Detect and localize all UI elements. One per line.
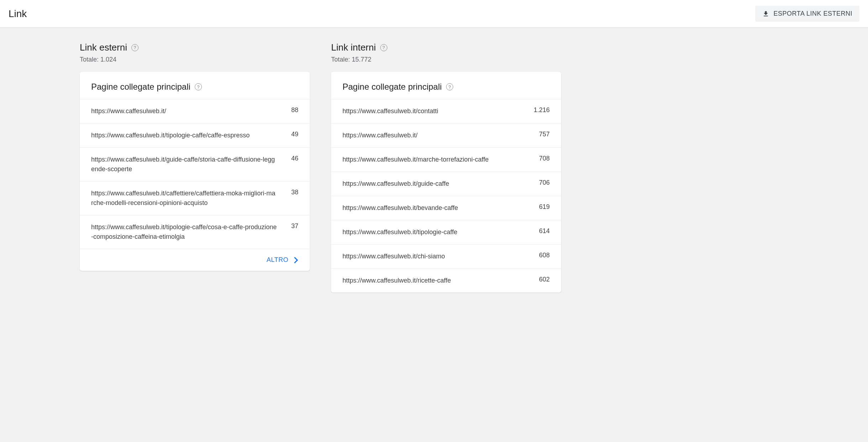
link-count: 708: [539, 155, 550, 162]
internal-links-card: Pagine collegate principali ? https://ww…: [331, 72, 561, 293]
link-count: 88: [291, 106, 298, 114]
header-bar: Link ESPORTA LINK ESTERNI: [0, 0, 868, 28]
link-row[interactable]: https://www.caffesulweb.it/guide-caffe/s…: [80, 147, 310, 181]
page-title: Link: [9, 8, 27, 20]
link-count: 37: [291, 222, 298, 230]
external-links-column: Link esterni ? Totale: 1.024 Pagine coll…: [80, 42, 310, 293]
link-url: https://www.caffesulweb.it/guide-caffe/s…: [91, 155, 291, 174]
export-button-label: ESPORTA LINK ESTERNI: [774, 10, 852, 17]
link-url: https://www.caffesulweb.it/tipologie-caf…: [91, 222, 291, 242]
link-count: 602: [539, 276, 550, 283]
link-row[interactable]: https://www.caffesulweb.it/caffettiere/c…: [80, 181, 310, 215]
more-link[interactable]: ALTRO: [267, 256, 298, 264]
help-icon[interactable]: ?: [131, 44, 138, 51]
link-row[interactable]: https://www.caffesulweb.it/guide-caffe 7…: [331, 172, 561, 196]
export-external-links-button[interactable]: ESPORTA LINK ESTERNI: [755, 6, 859, 22]
content: Link esterni ? Totale: 1.024 Pagine coll…: [71, 28, 570, 307]
link-row[interactable]: https://www.caffesulweb.it/ricette-caffe…: [331, 268, 561, 293]
internal-section-header: Link interni ? Totale: 15.772: [331, 42, 561, 63]
link-count: 608: [539, 252, 550, 259]
link-url: https://www.caffesulweb.it/: [343, 131, 539, 140]
internal-section-title: Link interni: [331, 42, 376, 53]
link-row[interactable]: https://www.caffesulweb.it/contatti 1.21…: [331, 99, 561, 123]
help-icon[interactable]: ?: [195, 83, 202, 90]
link-url: https://www.caffesulweb.it/tipologie-caf…: [343, 227, 539, 237]
help-icon[interactable]: ?: [380, 44, 387, 51]
link-count: 757: [539, 131, 550, 138]
link-row[interactable]: https://www.caffesulweb.it/ 757: [331, 123, 561, 147]
link-count: 614: [539, 227, 550, 235]
internal-links-column: Link interni ? Totale: 15.772 Pagine col…: [331, 42, 561, 293]
link-row[interactable]: https://www.caffesulweb.it/ 88: [80, 99, 310, 123]
link-count: 46: [291, 155, 298, 162]
link-url: https://www.caffesulweb.it/chi-siamo: [343, 252, 539, 261]
link-url: https://www.caffesulweb.it/ricette-caffe: [343, 276, 539, 285]
link-url: https://www.caffesulweb.it/tipologie-caf…: [91, 131, 291, 140]
more-link-label: ALTRO: [267, 256, 288, 264]
link-url: https://www.caffesulweb.it/marche-torref…: [343, 155, 539, 164]
download-icon: [762, 10, 769, 17]
external-card-title: Pagine collegate principali: [91, 82, 190, 92]
link-url: https://www.caffesulweb.it/bevande-caffe: [343, 203, 539, 213]
external-section-title: Link esterni: [80, 42, 127, 53]
link-row[interactable]: https://www.caffesulweb.it/tipologie-caf…: [331, 220, 561, 244]
link-url: https://www.caffesulweb.it/caffettiere/c…: [91, 189, 291, 208]
link-count: 706: [539, 179, 550, 186]
link-count: 38: [291, 189, 298, 196]
link-row[interactable]: https://www.caffesulweb.it/marche-torref…: [331, 147, 561, 172]
link-count: 1.216: [534, 106, 550, 114]
external-section-header: Link esterni ? Totale: 1.024: [80, 42, 310, 63]
link-url: https://www.caffesulweb.it/: [91, 106, 291, 116]
external-total-label: Totale: 1.024: [80, 56, 310, 63]
link-row[interactable]: https://www.caffesulweb.it/tipologie-caf…: [80, 215, 310, 249]
link-count: 619: [539, 203, 550, 211]
internal-card-title: Pagine collegate principali: [343, 82, 442, 92]
internal-total-label: Totale: 15.772: [331, 56, 561, 63]
link-url: https://www.caffesulweb.it/guide-caffe: [343, 179, 539, 189]
link-row[interactable]: https://www.caffesulweb.it/chi-siamo 608: [331, 244, 561, 268]
link-url: https://www.caffesulweb.it/contatti: [343, 106, 534, 116]
link-count: 49: [291, 131, 298, 138]
chevron-right-icon: [294, 257, 298, 263]
external-links-card: Pagine collegate principali ? https://ww…: [80, 72, 310, 271]
link-row[interactable]: https://www.caffesulweb.it/tipologie-caf…: [80, 123, 310, 147]
help-icon[interactable]: ?: [446, 83, 453, 90]
link-row[interactable]: https://www.caffesulweb.it/bevande-caffe…: [331, 196, 561, 220]
